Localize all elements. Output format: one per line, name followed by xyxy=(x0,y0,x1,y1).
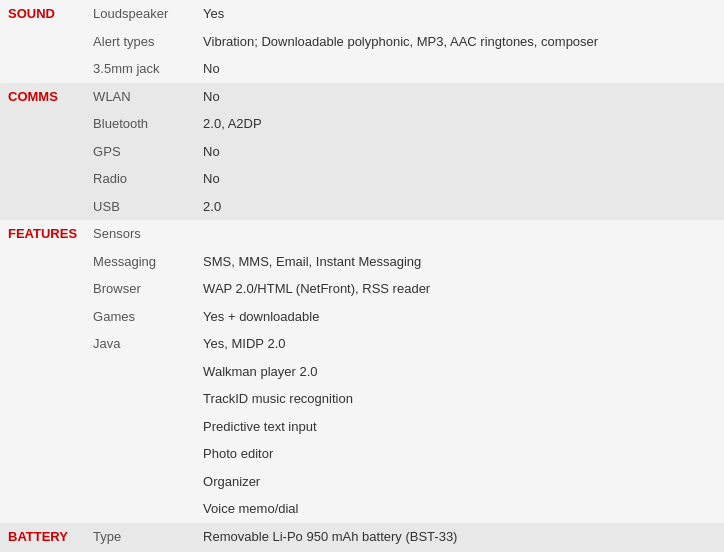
row-label: Type xyxy=(85,523,195,551)
row-label: 3.5mm jack xyxy=(85,55,195,83)
table-row: MessagingSMS, MMS, Email, Instant Messag… xyxy=(0,248,724,276)
row-value: No xyxy=(195,55,724,83)
row-value: Photo editor xyxy=(195,440,724,468)
row-label xyxy=(85,358,195,386)
table-row: Organizer xyxy=(0,468,724,496)
row-label: USB xyxy=(85,193,195,221)
row-value: Yes + downloadable xyxy=(195,303,724,331)
table-row: Photo editor xyxy=(0,440,724,468)
table-row: USB2.0 xyxy=(0,193,724,221)
row-label xyxy=(85,495,195,523)
table-row: 3.5mm jackNo xyxy=(0,55,724,83)
row-label xyxy=(85,385,195,413)
row-label: Browser xyxy=(85,275,195,303)
row-value: 2.0 xyxy=(195,193,724,221)
row-value: Organizer xyxy=(195,468,724,496)
table-row: FEATURESSensors xyxy=(0,220,724,248)
row-value: 2.0, A2DP xyxy=(195,110,724,138)
section-label-comms: COMMS xyxy=(0,83,85,221)
spec-table: SOUNDLoudspeakerYesAlert typesVibration;… xyxy=(0,0,724,552)
row-label xyxy=(85,468,195,496)
row-label: GPS xyxy=(85,138,195,166)
table-row: Walkman player 2.0 xyxy=(0,358,724,386)
table-row: JavaYes, MIDP 2.0 xyxy=(0,330,724,358)
row-label: Bluetooth xyxy=(85,110,195,138)
row-value: Walkman player 2.0 xyxy=(195,358,724,386)
row-value: Voice memo/dial xyxy=(195,495,724,523)
row-label: Loudspeaker xyxy=(85,0,195,28)
table-row: COMMSWLANNo xyxy=(0,83,724,111)
row-value: Predictive text input xyxy=(195,413,724,441)
row-value: Removable Li-Po 950 mAh battery (BST-33) xyxy=(195,523,724,551)
table-row: Alert typesVibration; Downloadable polyp… xyxy=(0,28,724,56)
table-row: TrackID music recognition xyxy=(0,385,724,413)
row-label: Sensors xyxy=(85,220,195,248)
row-label: WLAN xyxy=(85,83,195,111)
row-label: Alert types xyxy=(85,28,195,56)
row-value xyxy=(195,220,724,248)
row-value: No xyxy=(195,83,724,111)
table-row: BATTERYTypeRemovable Li-Po 950 mAh batte… xyxy=(0,523,724,551)
row-value: TrackID music recognition xyxy=(195,385,724,413)
table-row: RadioNo xyxy=(0,165,724,193)
row-label: Games xyxy=(85,303,195,331)
section-label-sound: SOUND xyxy=(0,0,85,83)
row-value: SMS, MMS, Email, Instant Messaging xyxy=(195,248,724,276)
row-label: Messaging xyxy=(85,248,195,276)
row-label: Radio xyxy=(85,165,195,193)
row-value: Yes xyxy=(195,0,724,28)
table-row: SOUNDLoudspeakerYes xyxy=(0,0,724,28)
row-label xyxy=(85,440,195,468)
table-row: BrowserWAP 2.0/HTML (NetFront), RSS read… xyxy=(0,275,724,303)
row-value: No xyxy=(195,165,724,193)
row-value: Yes, MIDP 2.0 xyxy=(195,330,724,358)
table-row: GamesYes + downloadable xyxy=(0,303,724,331)
row-label: Java xyxy=(85,330,195,358)
table-row: Voice memo/dial xyxy=(0,495,724,523)
table-row: Bluetooth2.0, A2DP xyxy=(0,110,724,138)
table-row: GPSNo xyxy=(0,138,724,166)
section-label-battery: BATTERY xyxy=(0,523,85,553)
row-label xyxy=(85,413,195,441)
row-value: WAP 2.0/HTML (NetFront), RSS reader xyxy=(195,275,724,303)
row-value: No xyxy=(195,138,724,166)
table-row: Predictive text input xyxy=(0,413,724,441)
section-label-features: FEATURES xyxy=(0,220,85,523)
row-value: Vibration; Downloadable polyphonic, MP3,… xyxy=(195,28,724,56)
